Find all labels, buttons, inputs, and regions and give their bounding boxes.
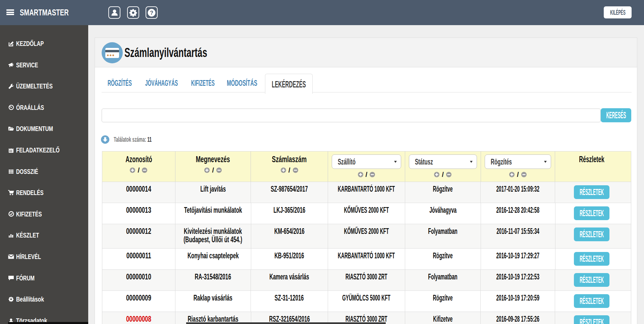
svg-text:?: ? — [150, 10, 153, 16]
